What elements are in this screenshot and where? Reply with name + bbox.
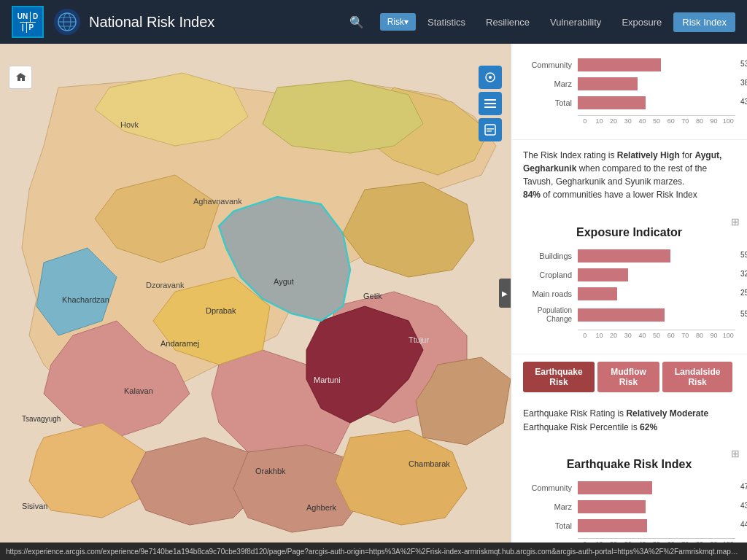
status-bar: https://experience.arcgis.com/experience… xyxy=(0,542,747,560)
nav-risk-index[interactable]: Risk Index xyxy=(673,12,735,32)
app-title: National Risk Index xyxy=(89,14,214,31)
search-icon[interactable]: 🔍 xyxy=(342,11,371,34)
risk-dropdown-button[interactable]: Risk▾ xyxy=(380,13,416,31)
eq-row-community: Community 47 xyxy=(523,481,735,494)
map-layers-button[interactable] xyxy=(479,66,502,89)
exposure-bar-pop-change xyxy=(578,308,665,322)
exposure-bar-cropland xyxy=(578,268,628,281)
undp-logo: UN D | P xyxy=(12,6,44,38)
risk-tabs: Earthquake Risk Mudflow Risk Landalside … xyxy=(511,354,747,400)
mudflow-risk-tab[interactable]: Mudflow Risk xyxy=(597,362,659,392)
svg-text:Hovk: Hovk xyxy=(120,120,139,129)
chart-row-marz: Marz 38 xyxy=(523,77,735,90)
desc-percentile: 84% xyxy=(523,190,541,200)
svg-rect-43 xyxy=(484,103,496,104)
exposure-title: Exposure Indicator xyxy=(523,219,735,244)
earthquake-risk-tab[interactable]: Earthquake Risk xyxy=(523,362,595,392)
svg-text:Ttujur: Ttujur xyxy=(409,335,429,344)
chart-value-total: 43 xyxy=(740,98,747,106)
map-area[interactable]: Hovk Aghavnavank Khachardzan Dzoravank D… xyxy=(0,44,511,542)
main-content: Hovk Aghavnavank Khachardzan Dzoravank D… xyxy=(0,44,747,542)
un-emblem-icon xyxy=(54,9,80,35)
eq-percentile-label: Earthquake Risk Percentile is xyxy=(523,422,640,432)
nav-exposure[interactable]: Exposure xyxy=(613,12,670,32)
svg-text:Aghavnavank: Aghavnavank xyxy=(193,197,242,206)
svg-text:Chambarak: Chambarak xyxy=(409,459,450,468)
exposure-bar-wrap-buildings: 59 xyxy=(578,249,735,262)
exposure-label-main-roads: Main roads xyxy=(523,289,578,298)
chart-bar-wrap-community: 53 xyxy=(578,58,735,71)
eq-bar-community xyxy=(578,481,652,494)
eq-value-marz: 43 xyxy=(740,502,747,510)
exposure-bar-main-roads xyxy=(578,287,617,300)
exposure-chart: Buildings 59 Cropland 32 Main roads xyxy=(523,244,735,345)
exposure-label-cropland: Cropland xyxy=(523,271,578,279)
eq-value-community: 47 xyxy=(740,483,747,491)
exposure-row-main-roads: Main roads 25 xyxy=(523,287,735,300)
desc-rating: Relatively High xyxy=(617,150,680,160)
svg-rect-47 xyxy=(487,131,492,132)
chart-bar-wrap-marz: 38 xyxy=(578,77,735,90)
map-svg: Hovk Aghavnavank Khachardzan Dzoravank D… xyxy=(0,44,511,542)
panel-toggle-button[interactable]: ▶ xyxy=(499,279,511,308)
exposure-label-buildings: Buildings xyxy=(523,252,578,260)
right-panel: Community 53 Marz 38 Total xyxy=(511,44,747,542)
svg-text:Kalavan: Kalavan xyxy=(124,386,153,395)
exposure-grid-icon[interactable]: ⊞ xyxy=(731,216,740,228)
risk-index-chart-section: Community 53 Marz 38 Total xyxy=(511,44,747,140)
chart-value-community: 53 xyxy=(740,60,747,68)
eq-label-marz: Marz xyxy=(523,502,578,511)
earthquake-risk-info: Earthquake Risk Rating is Relatively Mod… xyxy=(511,400,747,442)
eq-rating-label: Earthquake Risk Rating is xyxy=(523,408,626,419)
chart-bar-wrap-total: 43 xyxy=(578,96,735,109)
exposure-bar-buildings xyxy=(578,249,670,262)
svg-point-41 xyxy=(489,76,492,79)
svg-text:Sisivan: Sisivan xyxy=(22,502,47,510)
map-info-button[interactable] xyxy=(479,118,502,141)
exposure-bar-wrap-main-roads: 25 xyxy=(578,287,735,300)
eq-bar-wrap-total: 44 xyxy=(578,519,735,532)
svg-text:Aghberk: Aghberk xyxy=(306,503,336,512)
chart-label-marz: Marz xyxy=(523,79,578,88)
nav-vulnerability[interactable]: Vulnerability xyxy=(541,12,610,32)
svg-text:Andaramej: Andaramej xyxy=(160,339,199,348)
header-logo: UN D | P xyxy=(12,6,80,38)
svg-rect-44 xyxy=(484,106,496,108)
map-controls xyxy=(479,66,502,141)
earthquake-grid-icon[interactable]: ⊞ xyxy=(731,448,740,459)
landslide-risk-tab[interactable]: Landalside Risk xyxy=(662,362,732,392)
exposure-row-pop-change: Population Change 55 xyxy=(523,306,735,324)
svg-text:Dzoravank: Dzoravank xyxy=(146,281,185,289)
chart-row-community: Community 53 xyxy=(523,58,735,71)
svg-rect-46 xyxy=(487,128,494,130)
exposure-value-main-roads: 25 xyxy=(740,289,747,297)
eq-rating-value: Relatively Moderate xyxy=(626,408,708,419)
svg-text:Orakhbk: Orakhbk xyxy=(255,467,286,475)
exposure-bar-wrap-cropland: 32 xyxy=(578,268,735,281)
risk-description: The Risk Index rating is Relatively High… xyxy=(511,140,747,210)
chart-label-total: Total xyxy=(523,98,578,107)
map-list-button[interactable] xyxy=(479,92,502,115)
eq-bar-wrap-marz: 43 xyxy=(578,500,735,513)
eq-label-community: Community xyxy=(523,483,578,492)
nav-statistics[interactable]: Statistics xyxy=(419,12,474,32)
eq-row-total: Total 44 xyxy=(523,519,735,532)
earthquake-chart-section: ⊞ Earthquake Risk Index Community 47 Mar… xyxy=(511,442,747,542)
chart-bar-total xyxy=(578,96,646,109)
map-home-button[interactable] xyxy=(9,66,32,89)
chart-value-marz: 38 xyxy=(740,79,747,87)
nav-resilience[interactable]: Resilience xyxy=(477,12,538,32)
svg-text:Khachardzan: Khachardzan xyxy=(62,295,109,304)
exposure-value-buildings: 59 xyxy=(740,251,747,259)
eq-bar-wrap-community: 47 xyxy=(578,481,735,494)
svg-rect-45 xyxy=(485,125,495,135)
svg-rect-42 xyxy=(484,99,496,101)
eq-row-marz: Marz 43 xyxy=(523,500,735,513)
desc-before: The Risk Index rating is xyxy=(523,150,617,160)
chart-bar-community xyxy=(578,58,661,71)
exposure-value-pop-change: 55 xyxy=(740,310,747,318)
exposure-label-pop-change: Population Change xyxy=(523,306,578,324)
earthquake-chart-title: Earthquake Risk Index xyxy=(523,451,735,475)
earthquake-chart: Community 47 Marz 43 Total xyxy=(523,475,735,542)
svg-text:Tsavagyugh: Tsavagyugh xyxy=(22,415,61,423)
